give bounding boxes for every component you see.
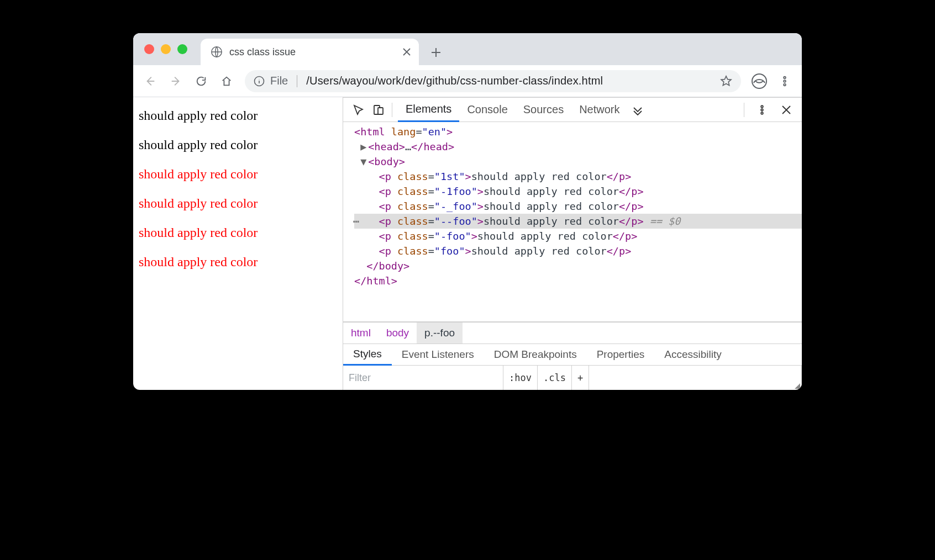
- devtools-tab-network[interactable]: Network: [571, 98, 627, 122]
- dom-row[interactable]: <p class="-1foo">should apply red color<…: [354, 184, 802, 199]
- dom-row[interactable]: <html lang="en">: [354, 124, 802, 139]
- dom-tree[interactable]: <html lang="en"> ▶<head>…</head> ▼<body>…: [343, 122, 802, 321]
- dom-row[interactable]: <p class="foo">should apply red color</p…: [354, 244, 802, 258]
- styles-filter-row: :hov .cls +: [343, 366, 802, 390]
- cls-toggle[interactable]: .cls: [538, 366, 572, 390]
- dom-row[interactable]: ▶<head>…</head>: [354, 139, 802, 154]
- page-info-icon[interactable]: [254, 76, 265, 87]
- devtools-tab-sources[interactable]: Sources: [516, 98, 571, 122]
- styles-tab-styles[interactable]: Styles: [343, 344, 392, 366]
- devtools-panel: ElementsConsoleSourcesNetwork <html lang…: [343, 97, 802, 390]
- devtools-menu-icon[interactable]: [757, 104, 768, 115]
- url-path: /Users/wayou/work/dev/github/css-number-…: [306, 75, 603, 87]
- styles-filter-input[interactable]: [343, 366, 503, 390]
- devtools-tab-bar: ElementsConsoleSourcesNetwork: [343, 98, 802, 122]
- omnibox[interactable]: File /Users/wayou/work/dev/github/css-nu…: [245, 70, 741, 92]
- reload-button[interactable]: [190, 70, 213, 93]
- page-paragraph: should apply red color: [139, 138, 337, 152]
- svg-point-4: [784, 83, 786, 86]
- back-button[interactable]: [139, 70, 162, 93]
- arrow-right-icon: [170, 75, 182, 87]
- home-icon: [220, 75, 233, 87]
- avatar-icon: [752, 73, 767, 89]
- styles-body: [589, 366, 802, 390]
- kebab-icon: [779, 75, 791, 87]
- omnibox-separator: [297, 75, 297, 87]
- dom-row[interactable]: <p class="-foo">should apply red color</…: [354, 229, 802, 244]
- styles-tab-dom-breakpoints[interactable]: DOM Breakpoints: [484, 344, 587, 366]
- styles-tab-accessibility[interactable]: Accessibility: [654, 344, 731, 366]
- maximize-window-button[interactable]: [177, 44, 187, 54]
- dom-row[interactable]: </body>: [354, 258, 802, 273]
- close-tab-icon[interactable]: [402, 47, 411, 56]
- dom-row[interactable]: </html>: [354, 273, 802, 288]
- reload-icon: [195, 75, 207, 87]
- styles-tab-bar: StylesEvent ListenersDOM BreakpointsProp…: [343, 344, 802, 366]
- home-button[interactable]: [215, 70, 238, 93]
- styles-tab-event-listeners[interactable]: Event Listeners: [392, 344, 484, 366]
- chrome-menu-button[interactable]: [773, 70, 796, 93]
- new-tab-button[interactable]: [427, 43, 445, 62]
- svg-point-8: [761, 109, 763, 111]
- arrow-left-icon: [144, 75, 156, 87]
- resize-handle[interactable]: [795, 383, 800, 389]
- page-paragraph: should apply red color: [139, 108, 337, 123]
- minimize-window-button[interactable]: [161, 44, 171, 54]
- page-paragraph: should apply red color: [139, 167, 337, 182]
- new-style-rule-button[interactable]: +: [572, 366, 589, 390]
- svg-rect-6: [378, 108, 383, 114]
- browser-tab[interactable]: css class issue: [201, 39, 419, 65]
- inspect-icon[interactable]: [353, 104, 364, 115]
- devtools-tab-console[interactable]: Console: [459, 98, 515, 122]
- breadcrumb-bar: htmlbodyp.--foo: [343, 321, 802, 344]
- hov-toggle[interactable]: :hov: [503, 366, 538, 390]
- toolbar: File /Users/wayou/work/dev/github/css-nu…: [133, 65, 802, 97]
- forward-button[interactable]: [164, 70, 187, 93]
- svg-point-3: [784, 80, 786, 82]
- url-scheme: File: [270, 75, 288, 87]
- window-controls: [144, 44, 187, 54]
- breadcrumb-item[interactable]: p.--foo: [417, 323, 463, 344]
- rendered-page: should apply red colorshould apply red c…: [133, 97, 343, 390]
- devtools-close-icon[interactable]: [781, 104, 792, 115]
- titlebar: css class issue: [133, 33, 802, 65]
- svg-point-7: [761, 105, 763, 108]
- device-toolbar-icon[interactable]: [373, 104, 384, 115]
- close-window-button[interactable]: [144, 44, 154, 54]
- dom-row[interactable]: <p class="1st">should apply red color</p…: [354, 169, 802, 184]
- dom-row[interactable]: <p class="-_foo">should apply red color<…: [354, 199, 802, 214]
- styles-tab-properties[interactable]: Properties: [587, 344, 655, 366]
- breadcrumb-item[interactable]: body: [379, 323, 417, 344]
- plus-icon: [431, 47, 441, 57]
- page-paragraph: should apply red color: [139, 225, 337, 240]
- breadcrumb-item[interactable]: html: [343, 323, 379, 344]
- tab-title: css class issue: [229, 46, 396, 58]
- devtools-tab-elements[interactable]: Elements: [398, 98, 459, 122]
- dom-row[interactable]: ▼<body>: [354, 154, 802, 169]
- overflow-icon[interactable]: [632, 104, 643, 115]
- page-paragraph: should apply red color: [139, 196, 337, 211]
- page-paragraph: should apply red color: [139, 255, 337, 270]
- svg-point-2: [784, 76, 786, 78]
- bookmark-star-icon[interactable]: [720, 75, 732, 87]
- content-area: should apply red colorshould apply red c…: [133, 97, 802, 390]
- browser-window: css class issue File /Users/wayou/work/d…: [133, 33, 802, 390]
- svg-point-9: [761, 112, 763, 114]
- devtools-separator: [392, 103, 392, 117]
- globe-icon: [211, 46, 223, 58]
- profile-button[interactable]: [748, 70, 771, 93]
- dom-row[interactable]: <p class="--foo">should apply red color<…: [354, 214, 802, 229]
